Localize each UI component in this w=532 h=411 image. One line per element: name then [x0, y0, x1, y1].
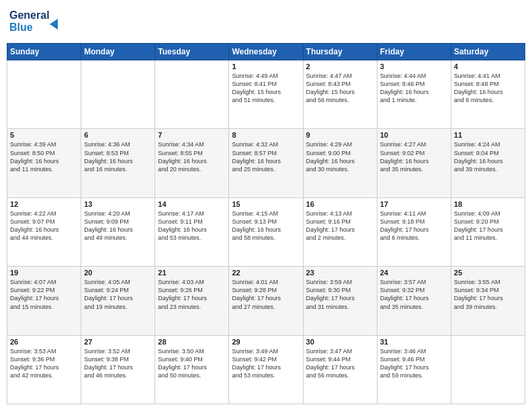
day-number: 31 [380, 338, 448, 346]
day-detail: Sunrise: 3:55 AM Sunset: 9:34 PM Dayligh… [454, 278, 522, 311]
calendar-cell [7, 60, 81, 129]
calendar-cell: 14Sunrise: 4:17 AM Sunset: 9:11 PM Dayli… [155, 197, 229, 266]
weekday-header-row: SundayMondayTuesdayWednesdayThursdayFrid… [7, 44, 525, 60]
day-detail: Sunrise: 4:01 AM Sunset: 9:28 PM Dayligh… [232, 278, 300, 311]
day-number: 4 [454, 62, 522, 71]
calendar-cell: 24Sunrise: 3:57 AM Sunset: 9:32 PM Dayli… [377, 267, 451, 335]
day-number: 6 [84, 131, 152, 139]
weekday-header-thursday: Thursday [303, 44, 377, 60]
calendar-cell: 10Sunrise: 4:27 AM Sunset: 9:02 PM Dayli… [377, 129, 451, 197]
day-detail: Sunrise: 4:11 AM Sunset: 9:18 PM Dayligh… [380, 210, 448, 242]
day-detail: Sunrise: 3:53 AM Sunset: 9:36 PM Dayligh… [10, 347, 78, 380]
calendar-cell: 31Sunrise: 3:46 AM Sunset: 9:46 PM Dayli… [377, 335, 451, 404]
calendar-cell: 18Sunrise: 4:09 AM Sunset: 9:20 PM Dayli… [451, 197, 525, 266]
calendar-cell: 20Sunrise: 4:05 AM Sunset: 9:24 PM Dayli… [81, 267, 155, 335]
day-number: 15 [232, 200, 300, 208]
calendar-cell: 12Sunrise: 4:22 AM Sunset: 9:07 PM Dayli… [7, 197, 81, 266]
calendar-cell: 7Sunrise: 4:34 AM Sunset: 8:55 PM Daylig… [155, 129, 229, 197]
weekday-header-wednesday: Wednesday [229, 44, 303, 60]
day-detail: Sunrise: 4:49 AM Sunset: 8:41 PM Dayligh… [232, 72, 300, 105]
day-number: 23 [306, 269, 374, 277]
day-detail: Sunrise: 4:20 AM Sunset: 9:09 PM Dayligh… [84, 210, 152, 242]
day-number: 19 [10, 269, 78, 277]
day-detail: Sunrise: 4:17 AM Sunset: 9:11 PM Dayligh… [158, 210, 226, 242]
day-detail: Sunrise: 4:03 AM Sunset: 9:26 PM Dayligh… [158, 278, 226, 311]
calendar-cell: 21Sunrise: 4:03 AM Sunset: 9:26 PM Dayli… [155, 267, 229, 335]
calendar-cell: 27Sunrise: 3:52 AM Sunset: 9:38 PM Dayli… [81, 335, 155, 404]
day-number: 21 [158, 269, 226, 277]
day-detail: Sunrise: 4:15 AM Sunset: 9:13 PM Dayligh… [232, 210, 300, 242]
weekday-header-monday: Monday [81, 44, 155, 60]
calendar-cell: 1Sunrise: 4:49 AM Sunset: 8:41 PM Daylig… [229, 60, 303, 129]
page: General Blue SundayMondayTuesdayWednesda… [0, 0, 532, 411]
day-number: 16 [306, 200, 374, 208]
calendar-cell: 19Sunrise: 4:07 AM Sunset: 9:22 PM Dayli… [7, 267, 81, 335]
day-number: 30 [306, 338, 374, 346]
calendar-cell: 16Sunrise: 4:13 AM Sunset: 9:16 PM Dayli… [303, 197, 377, 266]
day-detail: Sunrise: 3:46 AM Sunset: 9:46 PM Dayligh… [380, 347, 448, 380]
weekday-header-sunday: Sunday [7, 44, 81, 60]
day-number: 12 [10, 200, 78, 208]
calendar-cell: 13Sunrise: 4:20 AM Sunset: 9:09 PM Dayli… [81, 197, 155, 266]
day-number: 9 [306, 131, 374, 139]
day-detail: Sunrise: 3:57 AM Sunset: 9:32 PM Dayligh… [380, 278, 448, 311]
svg-text:Blue: Blue [9, 21, 33, 33]
week-row-2: 5Sunrise: 4:39 AM Sunset: 8:50 PM Daylig… [7, 129, 525, 197]
day-detail: Sunrise: 4:22 AM Sunset: 9:07 PM Dayligh… [10, 210, 78, 242]
day-detail: Sunrise: 4:41 AM Sunset: 8:48 PM Dayligh… [454, 72, 522, 105]
calendar-cell: 11Sunrise: 4:24 AM Sunset: 9:04 PM Dayli… [451, 129, 525, 197]
day-number: 14 [158, 200, 226, 208]
day-number: 25 [454, 269, 522, 277]
day-number: 11 [454, 131, 522, 139]
calendar-table: SundayMondayTuesdayWednesdayThursdayFrid… [7, 43, 525, 404]
calendar-cell [155, 60, 229, 129]
calendar-cell: 22Sunrise: 4:01 AM Sunset: 9:28 PM Dayli… [229, 267, 303, 335]
week-row-5: 26Sunrise: 3:53 AM Sunset: 9:36 PM Dayli… [7, 335, 525, 404]
calendar-cell: 5Sunrise: 4:39 AM Sunset: 8:50 PM Daylig… [7, 129, 81, 197]
day-detail: Sunrise: 4:36 AM Sunset: 8:53 PM Dayligh… [84, 140, 152, 173]
day-detail: Sunrise: 4:07 AM Sunset: 9:22 PM Dayligh… [10, 278, 78, 311]
logo-text: General Blue [9, 7, 70, 38]
calendar-cell: 8Sunrise: 4:32 AM Sunset: 8:57 PM Daylig… [229, 129, 303, 197]
calendar-cell: 26Sunrise: 3:53 AM Sunset: 9:36 PM Dayli… [7, 335, 81, 404]
day-number: 1 [232, 62, 300, 71]
day-number: 29 [232, 338, 300, 346]
day-number: 8 [232, 131, 300, 139]
calendar-cell: 17Sunrise: 4:11 AM Sunset: 9:18 PM Dayli… [377, 197, 451, 266]
day-detail: Sunrise: 3:52 AM Sunset: 9:38 PM Dayligh… [84, 347, 152, 380]
day-detail: Sunrise: 4:24 AM Sunset: 9:04 PM Dayligh… [454, 140, 522, 173]
day-number: 7 [158, 131, 226, 139]
day-detail: Sunrise: 4:34 AM Sunset: 8:55 PM Dayligh… [158, 140, 226, 173]
day-number: 26 [10, 338, 78, 346]
logo: General Blue [9, 7, 70, 38]
calendar-cell: 3Sunrise: 4:44 AM Sunset: 8:46 PM Daylig… [377, 60, 451, 129]
day-number: 20 [84, 269, 152, 277]
day-detail: Sunrise: 4:05 AM Sunset: 9:24 PM Dayligh… [84, 278, 152, 311]
svg-text:General: General [9, 9, 50, 21]
day-number: 10 [380, 131, 448, 139]
day-number: 18 [454, 200, 522, 208]
calendar-cell: 28Sunrise: 3:50 AM Sunset: 9:40 PM Dayli… [155, 335, 229, 404]
calendar-cell [81, 60, 155, 129]
weekday-header-friday: Friday [377, 44, 451, 60]
weekday-header-saturday: Saturday [451, 44, 525, 60]
week-row-1: 1Sunrise: 4:49 AM Sunset: 8:41 PM Daylig… [7, 60, 525, 129]
day-detail: Sunrise: 3:59 AM Sunset: 9:30 PM Dayligh… [306, 278, 374, 311]
calendar-cell: 6Sunrise: 4:36 AM Sunset: 8:53 PM Daylig… [81, 129, 155, 197]
day-detail: Sunrise: 4:29 AM Sunset: 9:00 PM Dayligh… [306, 140, 374, 173]
day-number: 2 [306, 62, 374, 71]
day-detail: Sunrise: 4:47 AM Sunset: 8:43 PM Dayligh… [306, 72, 374, 105]
day-number: 5 [10, 131, 78, 139]
day-detail: Sunrise: 3:49 AM Sunset: 9:42 PM Dayligh… [232, 347, 300, 380]
day-number: 27 [84, 338, 152, 346]
calendar-cell: 15Sunrise: 4:15 AM Sunset: 9:13 PM Dayli… [229, 197, 303, 266]
svg-marker-2 [50, 19, 58, 30]
day-detail: Sunrise: 4:27 AM Sunset: 9:02 PM Dayligh… [380, 140, 448, 173]
calendar-cell: 25Sunrise: 3:55 AM Sunset: 9:34 PM Dayli… [451, 267, 525, 335]
day-number: 22 [232, 269, 300, 277]
day-detail: Sunrise: 4:13 AM Sunset: 9:16 PM Dayligh… [306, 210, 374, 242]
day-number: 17 [380, 200, 448, 208]
day-number: 13 [84, 200, 152, 208]
calendar-cell: 29Sunrise: 3:49 AM Sunset: 9:42 PM Dayli… [229, 335, 303, 404]
day-detail: Sunrise: 4:09 AM Sunset: 9:20 PM Dayligh… [454, 210, 522, 242]
